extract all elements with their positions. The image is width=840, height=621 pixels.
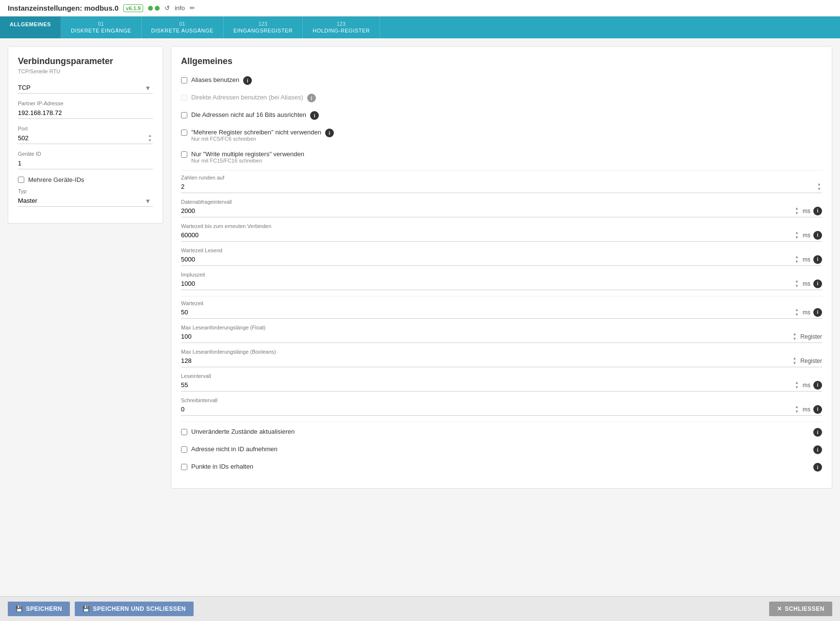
datenabfrageintervall-info-icon[interactable]: i [813, 207, 822, 215]
wartezeit-lesend-input[interactable] [181, 254, 791, 264]
max-booleans-unit: Register [800, 358, 822, 364]
tab-diskrete-ausgange[interactable]: 01 DISKRETE AUSGÄNGE [142, 16, 224, 38]
wartezeit-lesend-spinner[interactable]: ▲ ▼ [794, 255, 800, 264]
max-booleans-down-icon[interactable]: ▼ [791, 361, 797, 366]
max-booleans-spinner[interactable]: ▲ ▼ [791, 356, 797, 366]
tab-diskrete-eingange-icon: 01 [98, 21, 104, 27]
port-down-icon[interactable]: ▼ [147, 138, 153, 143]
unveraenderte-info-icon[interactable]: i [813, 428, 822, 437]
tab-holding-register[interactable]: 123 HOLDING-REGISTER [303, 16, 380, 38]
leseintervall-up-icon[interactable]: ▲ [794, 380, 800, 385]
adresse-id-info-icon[interactable]: i [813, 445, 822, 454]
mehrere-geraete-checkbox[interactable] [18, 177, 24, 183]
port-up-icon[interactable]: ▲ [147, 133, 153, 138]
geraete-id-input[interactable] [18, 158, 153, 169]
wartezeit-up-icon[interactable]: ▲ [794, 308, 800, 312]
max-float-spinner[interactable]: ▲ ▼ [791, 332, 797, 342]
max-float-up-icon[interactable]: ▲ [791, 332, 797, 337]
wartezeit-down-icon[interactable]: ▼ [794, 312, 800, 317]
tab-diskrete-ausgange-label: DISKRETE AUSGÄNGE [151, 28, 214, 33]
tab-eingangsregister-icon: 123 [259, 21, 267, 27]
connection-type-select[interactable]: TCP RTU ASCII [18, 82, 153, 94]
aliases-text: Aliases benutzen [191, 76, 239, 83]
datenabfrageintervall-up-icon[interactable]: ▲ [794, 206, 800, 211]
schreibintervall-spinner[interactable]: ▲ ▼ [794, 405, 800, 414]
wartezeit-verbinden-spinner[interactable]: ▲ ▼ [794, 230, 800, 240]
punkte-ids-label[interactable]: Punkte in IDs erhalten [191, 463, 809, 470]
aliases-label[interactable]: Aliases benutzen [191, 76, 239, 83]
punkte-ids-info-icon[interactable]: i [813, 463, 822, 472]
edit-icon[interactable]: ✏ [190, 4, 195, 12]
adresse-id-label[interactable]: Adresse nicht in ID aufnehmen [191, 445, 809, 453]
mehrere-geraete-label[interactable]: Mehrere Geräte-IDs [28, 176, 84, 183]
mehrere-register-text: "Mehrere Register schreiben" nicht verwe… [191, 129, 321, 142]
impluszeit-up-icon[interactable]: ▲ [794, 279, 800, 284]
partner-ip-group: Partner IP-Adresse [18, 100, 153, 119]
impluszeit-input[interactable] [181, 278, 791, 289]
partner-ip-input[interactable] [18, 107, 153, 119]
wartezeit-lesend-info-icon[interactable]: i [813, 255, 822, 264]
impluszeit-spinner[interactable]: ▲ ▼ [794, 279, 800, 289]
tab-allgemeines[interactable]: ALLGEMEINES [0, 16, 61, 38]
max-booleans-up-icon[interactable]: ▲ [791, 356, 797, 361]
leseintervall-input[interactable] [181, 380, 791, 390]
aliases-info-icon[interactable]: i [243, 76, 252, 85]
leseintervall-spinner[interactable]: ▲ ▼ [794, 380, 800, 390]
wartezeit-input[interactable] [181, 307, 791, 317]
impluszeit-info-icon[interactable]: i [813, 279, 822, 288]
datenabfrageintervall-input[interactable] [181, 206, 791, 216]
geraete-id-label: Geräte ID [18, 151, 153, 157]
mehrere-register-row: "Mehrere Register schreiben" nicht verwe… [181, 127, 822, 144]
port-input[interactable] [18, 132, 147, 144]
tab-eingangsregister[interactable]: 123 EINGANGSREGISTER [224, 16, 303, 38]
wartezeit-verbinden-up-icon[interactable]: ▲ [794, 230, 800, 235]
max-float-input[interactable] [181, 331, 789, 342]
write-multiple-checkbox[interactable] [181, 151, 187, 158]
datenabfrageintervall-spinner[interactable]: ▲ ▼ [794, 206, 800, 216]
max-float-down-icon[interactable]: ▼ [791, 337, 797, 342]
write-multiple-label[interactable]: Nur "Write multiple registers" verwenden [191, 150, 304, 158]
unveraenderte-label[interactable]: Unveränderte Zustände aktualisieren [191, 428, 809, 435]
tab-diskrete-eingange[interactable]: 01 DISKRETE EINGÄNGE [61, 16, 142, 38]
adresse-id-checkbox[interactable] [181, 446, 187, 453]
wartezeit-verbinden-down-icon[interactable]: ▼ [794, 235, 800, 240]
wartezeit-lesend-up-icon[interactable]: ▲ [794, 255, 800, 260]
schreibintervall-down-icon[interactable]: ▼ [794, 409, 800, 414]
typ-select[interactable]: Master Slave [18, 195, 153, 207]
datenabfrageintervall-down-icon[interactable]: ▼ [794, 211, 800, 216]
unveraenderte-checkbox[interactable] [181, 429, 187, 435]
wartezeit-verbinden-unit: ms [803, 232, 810, 239]
leseintervall-down-icon[interactable]: ▼ [794, 385, 800, 390]
port-spinner[interactable]: ▲ ▼ [147, 133, 153, 143]
wartezeit-info-icon[interactable]: i [813, 308, 822, 317]
zahlen-runden-input[interactable] [181, 181, 813, 192]
adressen-16bit-checkbox[interactable] [181, 112, 187, 118]
wartezeit-verbinden-input[interactable] [181, 230, 791, 240]
connection-type-group: TCP RTU ASCII ▼ [18, 82, 153, 94]
wartezeit-lesend-down-icon[interactable]: ▼ [794, 260, 800, 264]
zahlen-runden-up-icon[interactable]: ▲ [816, 182, 822, 187]
punkte-ids-checkbox[interactable] [181, 464, 187, 470]
zahlen-runden-down-icon[interactable]: ▼ [816, 187, 822, 192]
schreibintervall-up-icon[interactable]: ▲ [794, 405, 800, 409]
impluszeit-down-icon[interactable]: ▼ [794, 284, 800, 289]
leseintervall-input-wrap: ▲ ▼ ms i [181, 380, 822, 392]
mehrere-register-info-icon[interactable]: i [325, 129, 334, 137]
adressen-16bit-info-icon[interactable]: i [310, 111, 319, 120]
zahlen-runden-spinner[interactable]: ▲ ▼ [816, 182, 822, 192]
refresh-icon[interactable]: ↺ [165, 4, 170, 12]
aliases-checkbox[interactable] [181, 77, 187, 83]
direkte-adressen-info-icon[interactable]: i [307, 94, 316, 102]
wartezeit-verbinden-info-icon[interactable]: i [813, 231, 822, 240]
schreibintervall-info-icon[interactable]: i [813, 405, 822, 414]
mehrere-register-checkbox[interactable] [181, 130, 187, 136]
schreibintervall-input[interactable] [181, 404, 791, 414]
mehrere-register-label[interactable]: "Mehrere Register schreiben" nicht verwe… [191, 129, 321, 136]
wartezeit-spinner[interactable]: ▲ ▼ [794, 308, 800, 317]
direkte-adressen-checkbox[interactable] [181, 95, 187, 101]
info-label[interactable]: info [175, 4, 185, 12]
adressen-16bit-label[interactable]: Die Adressen nicht auf 16 Bits ausrichte… [191, 111, 306, 118]
write-multiple-text: Nur "Write multiple registers" verwenden… [191, 150, 304, 163]
leseintervall-info-icon[interactable]: i [813, 381, 822, 390]
max-booleans-input[interactable] [181, 356, 789, 366]
